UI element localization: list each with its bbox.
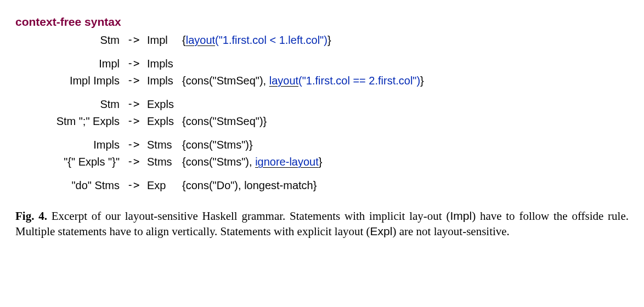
rule-target: Expls [147,113,182,130]
rule-line: Stm -> Impl {layout("1.first.col < 1.lef… [15,32,629,49]
rule-annotation: {cons("Do"), longest-match} [182,177,629,194]
rule-group-2: Impl -> Impls Impl Impls -> Impls {cons(… [15,55,629,89]
rule-arrow: -> [120,96,147,113]
rule-lhs: Impl [15,55,120,72]
layout-keyword: layout [186,34,215,46]
caption-text: Excerpt of our layout-sensitive Haskell … [47,209,450,223]
brace-open: { [182,34,186,46]
layout-arg: ("1.first.col < 1.left.col") [215,34,327,46]
rule-annotation [182,96,629,113]
rule-target: Impl [147,32,182,49]
rule-line: "do" Stms -> Exp {cons("Do"), longest-ma… [15,177,629,194]
rule-lhs: Impls [15,137,120,154]
layout-arg: ("1.first.col == 2.first.col") [298,75,420,87]
rule-target: Stms [147,137,182,154]
rule-arrow: -> [120,154,147,170]
rule-annotation [182,55,629,72]
rule-target: Impls [147,55,182,72]
rule-arrow: -> [120,55,147,72]
rule-annotation: {cons("Stms"), ignore-layout} [182,154,629,170]
rule-annotation: {layout("1.first.col < 1.left.col")} [182,32,629,49]
brace-close: } [420,75,424,87]
rule-line: Stm ";" Expls -> Expls {cons("StmSeq")} [15,113,629,130]
rule-lhs: "{" Expls "}" [15,154,120,170]
rule-lhs: Stm [15,96,120,113]
rule-line: Impl Impls -> Impls {cons("StmSeq"), lay… [15,72,629,89]
rule-line: Impl -> Impls [15,55,629,72]
rule-line: "{" Expls "}" -> Stms {cons("Stms"), ign… [15,154,629,170]
rule-lhs: "do" Stms [15,177,120,194]
rule-line: Stm -> Expls [15,96,629,113]
grammar-rules: Stm -> Impl {layout("1.first.col < 1.lef… [15,32,629,194]
rule-arrow: -> [120,72,147,89]
rule-target: Impls [147,72,182,89]
rule-annotation: {cons("Stms")} [182,137,629,154]
rule-group-1: Stm -> Impl {layout("1.first.col < 1.lef… [15,32,629,49]
rule-target: Stms [147,154,182,170]
rule-arrow: -> [120,113,147,130]
section-heading: context-free syntax [15,13,629,31]
caption-expl: Expl [370,225,393,237]
rule-group-5: "do" Stms -> Exp {cons("Do"), longest-ma… [15,177,629,194]
rule-arrow: -> [120,177,147,194]
rule-lhs: Stm ";" Expls [15,113,120,130]
rule-target: Exp [147,177,182,194]
brace-close: } [327,34,331,46]
caption-text: ) are not layout-sensitive. [392,225,509,238]
rule-group-4: Impls -> Stms {cons("Stms")} "{" Expls "… [15,137,629,170]
layout-keyword: layout [269,75,298,87]
brace-close: } [319,156,323,168]
annot-prefix: {cons("Stms"), [182,156,255,168]
rule-group-3: Stm -> Expls Stm ";" Expls -> Expls {con… [15,96,629,130]
figure-label: Fig. 4. [15,209,47,223]
rule-lhs: Stm [15,32,120,49]
rule-annotation: {cons("StmSeq"), layout("1.first.col == … [182,72,629,89]
annot-prefix: {cons("StmSeq"), [182,75,269,87]
rule-line: Impls -> Stms {cons("Stms")} [15,137,629,154]
figure-caption: Fig. 4. Excerpt of our layout-sensitive … [15,208,629,240]
rule-target: Expls [147,96,182,113]
rule-lhs: Impl Impls [15,72,120,89]
rule-arrow: -> [120,137,147,154]
rule-arrow: -> [120,32,147,49]
rule-annotation: {cons("StmSeq")} [182,113,629,130]
ignore-layout-keyword: ignore-layout [255,156,319,168]
caption-impl: Impl [450,209,472,222]
